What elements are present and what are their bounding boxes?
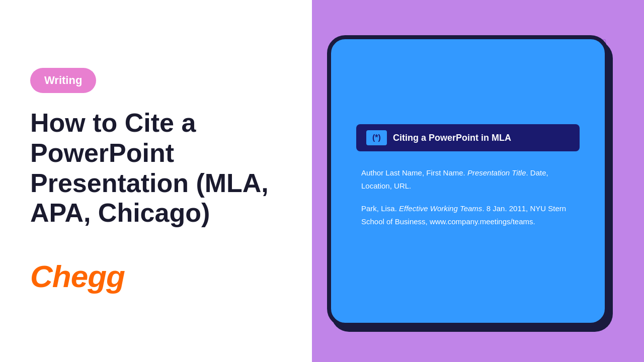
chegg-logo: Chegg (30, 258, 282, 294)
citation-content: Author Last Name, First Name. Presentati… (356, 166, 580, 238)
main-container: Writing How to Cite a PowerPoint Present… (0, 0, 644, 362)
left-section: Writing How to Cite a PowerPoint Present… (0, 0, 312, 362)
right-section: (*) Citing a PowerPoint in MLA Author La… (312, 0, 644, 362)
main-title: How to Cite a PowerPoint Presentation (M… (30, 108, 282, 228)
badge-label: Writing (44, 74, 82, 86)
citation-example: Park, Lisa. Effective Working Teams. 8 J… (356, 202, 580, 228)
slide-title-bar: (*) Citing a PowerPoint in MLA (356, 124, 580, 151)
chegg-logo-text: Chegg (30, 259, 125, 294)
writing-badge: Writing (30, 68, 96, 93)
asterisk-badge: (*) (366, 130, 387, 145)
main-title-text: How to Cite a PowerPoint Presentation (M… (30, 108, 269, 227)
slide-title-text: Citing a PowerPoint in MLA (393, 133, 511, 143)
citation-format: Author Last Name, First Name. Presentati… (356, 166, 580, 192)
tablet-card: (*) Citing a PowerPoint in MLA Author La… (327, 35, 609, 327)
